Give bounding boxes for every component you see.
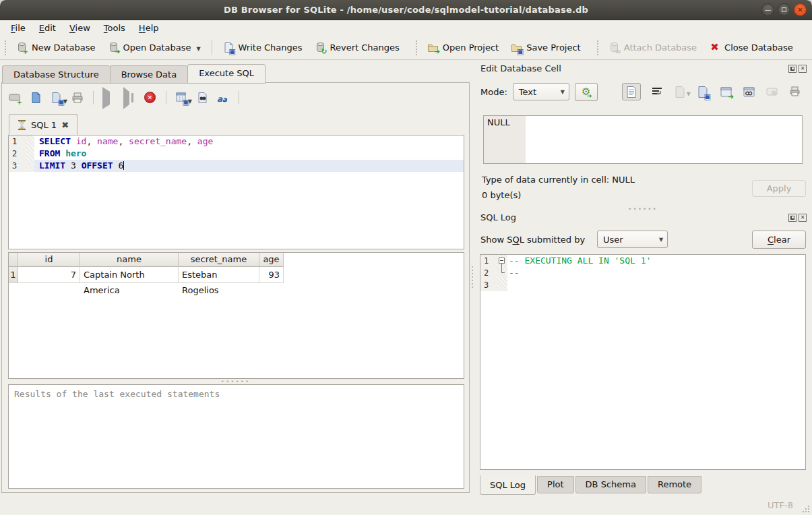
write-changes-icon: ▣ (223, 42, 235, 53)
tab-database-structure[interactable]: Database Structure (2, 65, 110, 84)
execute-current-line-button[interactable] (123, 92, 136, 104)
cell-value-editor[interactable]: NULL (483, 115, 803, 164)
float-panel-icon[interactable] (788, 214, 797, 222)
print-sql-button[interactable] (71, 92, 84, 104)
results-header-row: id name secret_name age (9, 253, 464, 267)
resize-grip[interactable] (803, 506, 809, 512)
edit-cell-titlebar[interactable]: Edit Database Cell ✕ (480, 63, 807, 73)
log-filter-combobox[interactable]: User ▼ (597, 231, 668, 248)
copy-link-icon[interactable] (742, 85, 755, 98)
sql-toolbar: ＋ ▣ ▼ ✕ ▣ ▼ (9, 89, 261, 107)
write-changes-button[interactable]: ▣ Write Changes (217, 38, 309, 57)
stop-sql-button[interactable]: ✕ (144, 92, 157, 104)
sql-log-titlebar[interactable]: SQL Log ✕ (480, 212, 807, 222)
code-line[interactable]: SELECT id, name, secret_name, age (34, 135, 464, 148)
format-sql-button[interactable] (248, 92, 261, 104)
save-sql-file-button[interactable]: ▣ ▼ (51, 92, 63, 104)
tab-execute-sql[interactable]: Execute SQL (187, 64, 266, 84)
fold-margin[interactable] (26, 160, 34, 172)
log-text[interactable]: -- (507, 267, 805, 279)
toolbar-drag-handle[interactable] (596, 40, 600, 55)
window-title: DB Browser for SQLite - /home/user/code/… (224, 5, 588, 15)
column-header-age[interactable]: age (259, 253, 284, 267)
close-panel-icon[interactable]: ✕ (799, 65, 807, 73)
menu-edit[interactable]: Edit (32, 22, 63, 34)
export-to-file-icon[interactable]: ▣ (696, 85, 710, 98)
corner-header[interactable] (9, 253, 18, 267)
find-in-sql-button[interactable] (196, 92, 209, 104)
cell-secret-name[interactable]: Esteban Rogelios (179, 267, 259, 283)
column-header-secret-name[interactable]: secret_name (179, 253, 259, 267)
float-panel-icon[interactable] (788, 65, 797, 73)
maximize-button[interactable] (778, 3, 790, 16)
set-null-icon[interactable] (765, 85, 778, 98)
toolbar-drag-handle[interactable] (415, 40, 418, 55)
identifier-quotes-icon[interactable]: aa (217, 92, 230, 104)
open-project-button[interactable]: ➜ Open Project (421, 38, 505, 57)
results-grid[interactable]: id name secret_name age 1 7 Captain Nort… (8, 252, 464, 379)
new-database-button[interactable]: ＋ New Database (10, 38, 102, 57)
revert-changes-icon: ↻ (315, 42, 326, 53)
open-sql-file-button[interactable] (30, 92, 42, 104)
revert-changes-button[interactable]: ↻ Revert Changes (309, 38, 406, 57)
column-header-id[interactable]: id (18, 253, 80, 267)
fold-collapse-icon[interactable] (499, 258, 505, 264)
attach-database-button[interactable]: ∞ Attach Database (602, 38, 703, 57)
table-row: 1 7 Captain North America Esteban Rogeli… (9, 267, 464, 283)
dock-splitter-handle[interactable]: •••••• (628, 207, 658, 211)
dock-tab-plot[interactable]: Plot (537, 476, 574, 493)
row-number[interactable]: 1 (9, 267, 18, 283)
code-line[interactable]: FROM hero (34, 148, 464, 160)
sql-log-editor[interactable]: 1 -- EXECUTING ALL IN 'SQL 1' 2 -- 3 (480, 254, 806, 470)
close-tab-icon[interactable]: ✖ (61, 120, 69, 130)
titlebar[interactable]: DB Browser for SQLite - /home/user/code/… (0, 0, 812, 20)
column-header-name[interactable]: name (80, 253, 179, 267)
cell-value: NULL (484, 116, 526, 163)
menu-file[interactable]: File (4, 22, 32, 34)
sql-editor[interactable]: 1 SELECT id, name, secret_name, age 2 FR… (8, 135, 464, 249)
new-sql-tab-button[interactable]: ＋ (9, 92, 22, 104)
cell-id[interactable]: 7 (18, 267, 80, 283)
mode-combobox[interactable]: Text ▼ (513, 83, 569, 100)
minimize-button[interactable]: — (761, 3, 774, 16)
print-cell-icon[interactable] (788, 85, 801, 98)
dock-tab-remote[interactable]: Remote (648, 476, 701, 493)
open-database-button[interactable]: ➜ Open Database ▼ (102, 38, 207, 57)
dock-tab-db-schema[interactable]: DB Schema (575, 476, 646, 493)
import-from-file-icon[interactable]: ▼ (673, 85, 687, 98)
word-wrap-icon[interactable] (650, 85, 664, 98)
save-results-button[interactable]: ▣ ▼ (175, 92, 188, 104)
tab-browse-data[interactable]: Browse Data (110, 65, 188, 84)
open-database-dropdown-icon[interactable]: ▼ (196, 46, 200, 53)
close-database-button[interactable]: ✖ Close Database (703, 38, 799, 57)
save-results-dropdown-icon[interactable]: ▼ (188, 98, 192, 106)
log-text[interactable]: -- EXECUTING ALL IN 'SQL 1' (507, 255, 805, 267)
text-mode-toggle[interactable] (622, 83, 641, 100)
log-text[interactable] (507, 279, 805, 291)
close-panel-icon[interactable]: ✕ (799, 214, 807, 222)
horizontal-splitter-handle[interactable]: •••••• (221, 380, 251, 384)
auto-apply-button[interactable]: ⚙➜ (575, 83, 598, 101)
toolbar-drag-handle[interactable] (4, 40, 7, 55)
cell-age[interactable]: 93 (259, 267, 284, 283)
results-message-area[interactable]: Results of the last executed statements (8, 384, 464, 489)
menu-view[interactable]: View (63, 22, 97, 34)
close-button[interactable]: ✕ (794, 3, 807, 16)
fold-margin[interactable] (26, 148, 34, 160)
save-project-button[interactable]: ▣ Save Project (505, 38, 587, 57)
dock-tab-sql-log[interactable]: SQL Log (480, 475, 536, 495)
cell-editor-area[interactable] (526, 116, 802, 163)
menu-help[interactable]: Help (132, 22, 166, 34)
open-external-icon[interactable]: ➜ (719, 85, 732, 98)
cell-name[interactable]: Captain North America (80, 267, 179, 283)
save-sql-dropdown-icon[interactable]: ▼ (63, 98, 67, 106)
fold-margin[interactable] (26, 135, 34, 148)
apply-button[interactable]: Apply (752, 180, 806, 197)
menu-tools[interactable]: Tools (97, 22, 132, 34)
execute-sql-button[interactable] (102, 92, 115, 104)
vertical-splitter-handle[interactable] (471, 266, 474, 289)
sql1-tab[interactable]: SQL 1 ✖ (9, 114, 77, 135)
clear-log-button[interactable]: Clear (752, 231, 806, 249)
save-project-icon: ▣ (511, 42, 522, 53)
code-line[interactable]: LIMIT 3 OFFSET 6 (34, 160, 464, 172)
